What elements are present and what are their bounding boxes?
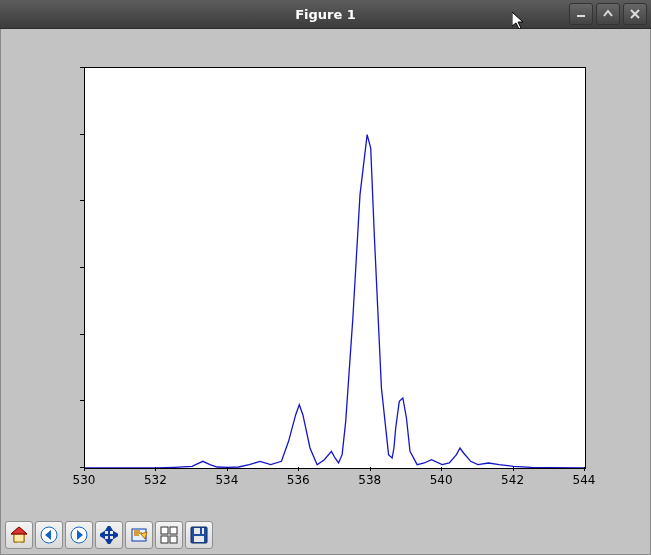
forward-arrow-icon	[70, 526, 88, 544]
pan-button[interactable]	[95, 521, 123, 549]
ytick-mark	[80, 67, 84, 68]
close-icon	[630, 9, 640, 19]
ytick-mark	[80, 200, 84, 201]
svg-marker-16	[114, 533, 118, 538]
xtick-mark	[584, 467, 585, 471]
back-arrow-icon	[40, 526, 58, 544]
svg-rect-28	[200, 528, 202, 534]
ytick-label: 60	[0, 260, 76, 274]
svg-rect-27	[194, 528, 204, 534]
xtick-label: 534	[215, 473, 238, 487]
back-button[interactable]	[35, 521, 63, 549]
maximize-button[interactable]	[596, 3, 620, 25]
title-bar[interactable]: Figure 1	[0, 0, 651, 29]
xtick-mark	[84, 467, 85, 471]
ytick-mark	[80, 134, 84, 135]
ytick-label: 120	[0, 60, 76, 74]
ytick-label: 80	[0, 193, 76, 207]
ytick-label: 100	[0, 127, 76, 141]
svg-marker-3	[512, 12, 523, 29]
close-button[interactable]	[623, 3, 647, 25]
ytick-label: 0	[0, 460, 76, 474]
move-icon	[100, 526, 118, 544]
line-series	[85, 68, 585, 468]
ytick-mark	[80, 334, 84, 335]
svg-rect-25	[170, 536, 177, 543]
svg-rect-22	[161, 527, 168, 534]
xtick-label: 536	[287, 473, 310, 487]
svg-marker-14	[107, 540, 112, 544]
svg-rect-29	[194, 536, 204, 542]
xtick-label: 530	[73, 473, 96, 487]
home-icon	[10, 526, 28, 544]
xtick-mark	[370, 467, 371, 471]
ytick-mark	[80, 267, 84, 268]
home-button[interactable]	[5, 521, 33, 549]
minimize-button[interactable]	[569, 3, 593, 25]
zoom-rect-icon	[130, 526, 148, 544]
save-icon	[190, 526, 208, 544]
xtick-label: 538	[358, 473, 381, 487]
svg-rect-23	[170, 527, 177, 534]
minimize-icon	[576, 9, 586, 19]
axes[interactable]	[84, 67, 586, 469]
xtick-mark	[227, 467, 228, 471]
zoom-button[interactable]	[125, 521, 153, 549]
navigation-toolbar	[5, 520, 215, 550]
ytick-label: 20	[0, 393, 76, 407]
forward-button[interactable]	[65, 521, 93, 549]
subplots-button[interactable]	[155, 521, 183, 549]
xtick-mark	[298, 467, 299, 471]
svg-marker-13	[107, 526, 112, 530]
xtick-label: 532	[144, 473, 167, 487]
save-button[interactable]	[185, 521, 213, 549]
ytick-label: 40	[0, 327, 76, 341]
xtick-mark	[441, 467, 442, 471]
svg-marker-6	[11, 527, 27, 534]
ytick-mark	[80, 400, 84, 401]
xtick-label: 544	[573, 473, 596, 487]
figure-canvas[interactable]: 020406080100120530532534536538540542544	[9, 37, 642, 504]
window-controls	[569, 3, 647, 25]
subplots-icon	[160, 526, 178, 544]
xtick-label: 540	[430, 473, 453, 487]
maximize-icon	[603, 9, 613, 19]
figure-content: 020406080100120530532534536538540542544	[0, 29, 651, 555]
svg-rect-5	[14, 534, 24, 542]
window-title: Figure 1	[295, 7, 356, 22]
xtick-label: 542	[501, 473, 524, 487]
figure-window: Figure 1 0204060801001205305325345365385…	[0, 0, 651, 555]
xtick-mark	[155, 467, 156, 471]
svg-marker-15	[100, 533, 104, 538]
svg-rect-24	[161, 536, 168, 543]
xtick-mark	[513, 467, 514, 471]
